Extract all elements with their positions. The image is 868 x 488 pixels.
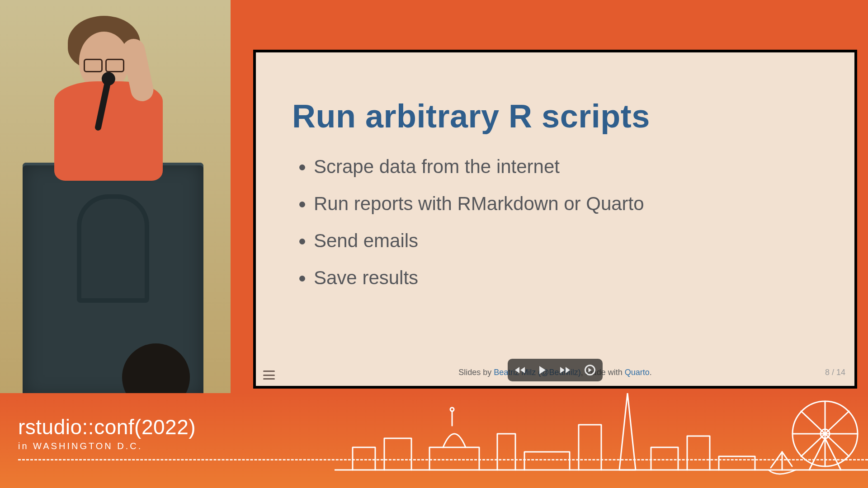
slide-frame: Run arbitrary R scripts Scrape data from… <box>253 50 857 389</box>
slide-bullet: Scrape data from the internet <box>314 148 818 185</box>
credits-prefix: Slides by <box>458 368 494 377</box>
slide: Run arbitrary R scripts Scrape data from… <box>256 52 854 386</box>
brand-bold: rstudio <box>18 415 82 439</box>
slide-bullet-list: Scrape data from the internet Run report… <box>292 148 818 296</box>
conference-banner: rstudio::conf(2022) in WASHINGTON D.C. <box>0 393 868 488</box>
speaker-video <box>0 0 231 393</box>
conference-subtitle: in WASHINGTON D.C. <box>18 441 142 451</box>
forward-button[interactable] <box>560 367 570 373</box>
slide-bullet: Send emails <box>314 222 818 259</box>
svg-point-0 <box>450 408 454 411</box>
slide-bullet: Run reports with RMarkdown or Quarto <box>314 185 818 222</box>
speaker-figure <box>36 14 172 176</box>
play-button[interactable] <box>539 366 546 374</box>
slide-title: Run arbitrary R scripts <box>292 98 818 135</box>
speaker-illustration <box>0 0 231 393</box>
skyline-illustration <box>335 393 868 488</box>
brand-light: conf(2022) <box>94 415 196 439</box>
brand-sep: :: <box>82 415 94 439</box>
conference-title: rstudio::conf(2022) <box>18 415 196 439</box>
credits-suffix: . <box>650 368 652 377</box>
slide-page-number: 8 / 14 <box>825 368 845 377</box>
video-player-overlay <box>508 359 603 381</box>
replay-button[interactable] <box>585 365 595 375</box>
menu-icon[interactable] <box>263 371 275 380</box>
rewind-button[interactable] <box>515 367 525 373</box>
slide-bullet: Save results <box>314 259 818 296</box>
credits-tool-link[interactable]: Quarto <box>625 368 650 377</box>
